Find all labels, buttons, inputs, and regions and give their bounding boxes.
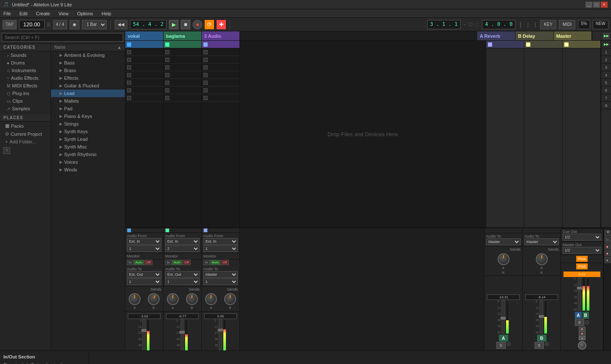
midi-button[interactable]: MIDI <box>559 20 575 29</box>
delay-send-a-knob[interactable] <box>536 253 548 265</box>
baglama-audio-from-channel[interactable]: 2 <box>165 245 200 252</box>
audio3-send-a-knob[interactable] <box>205 293 217 305</box>
sidebar-item-plug-ins[interactable]: ⬡ Plug-ins <box>0 90 51 97</box>
list-item-mallets[interactable]: ▶ Mallets <box>51 97 125 105</box>
baglama-active-indicator[interactable] <box>165 228 169 232</box>
clip-slot-empty[interactable] <box>202 79 239 87</box>
monitor-off-btn[interactable]: Off <box>144 260 152 265</box>
clip-slot[interactable] <box>163 41 201 48</box>
reverb-a-button[interactable]: A <box>499 335 508 342</box>
audio3-active-indicator[interactable] <box>203 228 208 232</box>
monitor-in-btn[interactable]: In <box>203 260 210 265</box>
monitor-auto-btn[interactable]: Auto <box>210 260 220 265</box>
clip-slot-empty[interactable] <box>125 64 163 71</box>
vokal-fader-track[interactable] <box>142 319 146 350</box>
sidebar-item-clips[interactable]: ▭ Clips <box>0 97 51 105</box>
clip-slot-empty[interactable] <box>125 94 163 102</box>
bar-select[interactable]: 1 Bar <box>82 20 107 29</box>
side-btn-1[interactable]: ◀ <box>605 230 611 236</box>
vokal-audio-to-select[interactable]: Ext. Out <box>127 271 161 278</box>
clip-slot-empty[interactable] <box>202 56 239 64</box>
clip-slot-empty[interactable] <box>202 64 239 71</box>
side-btn-2[interactable]: D <box>605 237 611 243</box>
clip-trigger[interactable] <box>165 42 169 47</box>
baglama-audio-to-select[interactable]: Ext. Out <box>165 271 200 278</box>
vokal-send-b-knob[interactable] <box>146 291 161 307</box>
clip-trigger[interactable] <box>165 88 169 92</box>
audio3-audio-from-select[interactable]: Ext. In <box>203 238 238 245</box>
master-a-button[interactable]: A <box>575 312 581 319</box>
stop-button[interactable]: ■ <box>181 20 190 29</box>
vokal-audio-from-select[interactable]: Ext. In <box>127 238 161 245</box>
track-header-audio3[interactable]: 3 Audio <box>202 31 240 40</box>
menu-view[interactable]: View <box>57 11 70 16</box>
clip-trigger[interactable] <box>203 50 208 54</box>
clip-slot-empty[interactable] <box>125 79 163 87</box>
loop-type-btn[interactable]: ◉ <box>70 20 79 29</box>
clip-trigger[interactable] <box>165 81 169 85</box>
audio3-audio-to-channel[interactable]: 1 <box>203 278 238 285</box>
menu-create[interactable]: Create <box>34 11 52 16</box>
vokal-active-indicator[interactable] <box>127 228 131 232</box>
side-btn-4[interactable]: ■ <box>605 250 611 256</box>
clip-slot-empty[interactable] <box>163 79 201 87</box>
track-header-baglama[interactable]: baglama <box>163 31 202 40</box>
list-item-synth-lead[interactable]: ▶ Synth Lead <box>51 135 125 143</box>
clip-trigger[interactable] <box>203 88 208 92</box>
clip-trigger[interactable] <box>165 50 169 54</box>
baglama-fader-track[interactable] <box>180 319 184 350</box>
clip-slot-empty[interactable] <box>163 71 201 79</box>
vokal-audio-to-channel[interactable]: 1 <box>127 278 161 285</box>
delay-solo-button[interactable]: S <box>535 342 544 349</box>
sidebar-item-sounds[interactable]: ♪ Sounds <box>0 51 51 59</box>
sidebar-item-packs[interactable]: ▦ Packs <box>0 122 51 130</box>
side-btn-5[interactable]: ■ <box>605 257 611 263</box>
baglama-audio-to-channel[interactable]: 1 <box>165 278 200 285</box>
monitor-off-btn[interactable]: Off <box>183 260 191 265</box>
monitor-off-btn[interactable]: Off <box>221 260 229 265</box>
clip-slot-empty[interactable] <box>125 48 163 56</box>
delay-b-button[interactable]: B <box>537 335 546 342</box>
sidebar-item-midi-effects[interactable]: M MIDI Effects <box>0 82 51 90</box>
clip-trigger[interactable] <box>165 73 169 77</box>
baglama-send-a-knob[interactable] <box>167 293 179 305</box>
sidebar-item-instruments[interactable]: ♫ Instruments <box>0 67 51 74</box>
clip-trigger[interactable] <box>127 96 131 100</box>
sidebar-item-samples[interactable]: ↗ Samples <box>0 105 51 112</box>
master-fader-track[interactable] <box>578 277 581 311</box>
side-btn-3[interactable]: ■ <box>605 244 611 249</box>
list-item-ambient[interactable]: ▶ Ambient & Evolving <box>51 51 125 59</box>
list-item-synth-keys[interactable]: ▶ Synth Keys <box>51 128 125 135</box>
track-header-delay[interactable]: B Delay <box>515 31 554 40</box>
clip-slot-empty[interactable] <box>125 56 163 64</box>
sidebar-item-current-project[interactable]: ⊙ Current Project <box>0 130 51 138</box>
list-item-effects[interactable]: ▶ Effects <box>51 74 125 82</box>
monitor-auto-btn[interactable]: Auto <box>134 260 144 265</box>
menu-edit[interactable]: Edit <box>18 11 29 16</box>
browser-scroll-btn[interactable]: ? <box>3 147 10 154</box>
master-b-button[interactable]: B <box>583 312 589 319</box>
clip-slot[interactable] <box>125 41 163 48</box>
prev-btn[interactable]: ◀◀ <box>115 20 127 29</box>
master-clip-btn-red2[interactable]: ■ <box>579 331 586 336</box>
menu-file[interactable]: File <box>2 11 13 16</box>
track-header-reverb[interactable]: A Reverb <box>477 31 515 40</box>
clip-trigger[interactable] <box>127 88 131 92</box>
clip-slot-empty[interactable] <box>125 71 163 79</box>
audio3-audio-from-channel[interactable]: 1 <box>203 245 238 252</box>
play-button[interactable]: ▶ <box>169 20 178 29</box>
list-item-brass[interactable]: ▶ Brass <box>51 67 125 74</box>
tap-tempo-button[interactable]: TAP <box>3 20 17 29</box>
metronome-button[interactable]: ✚ <box>217 20 226 29</box>
list-item-strings[interactable]: ▶ Strings <box>51 120 125 128</box>
clip-trigger[interactable] <box>203 65 208 70</box>
list-item-lead[interactable]: ▶ Lead <box>51 90 125 97</box>
menu-help[interactable]: Help <box>100 11 113 16</box>
master-post-button2[interactable]: Post <box>576 263 587 269</box>
clip-trigger[interactable] <box>203 96 208 100</box>
baglama-send-b-knob[interactable] <box>186 293 198 305</box>
add-folder-button[interactable]: + Add Folder... <box>0 138 51 146</box>
clip-slot-empty[interactable] <box>163 94 201 102</box>
key-button[interactable]: KEY <box>540 20 556 29</box>
master-scroll-btn[interactable]: ≡ <box>579 336 586 340</box>
